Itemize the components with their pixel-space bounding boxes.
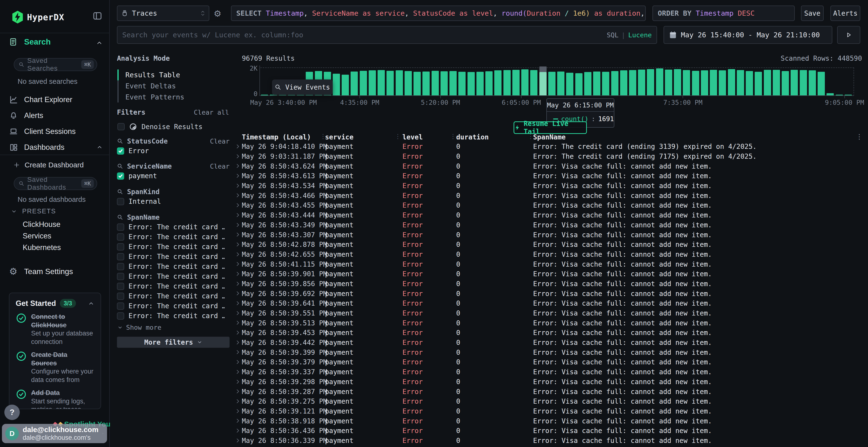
expand-row-chevron-icon[interactable] [235,418,241,424]
save-button[interactable]: Save [801,5,824,21]
histogram-bar[interactable] [593,72,600,95]
facet-clear-button[interactable]: Clear [210,163,229,170]
date-range-picker[interactable]: May 26 15:40:00 - May 26 21:10:00 [663,26,832,44]
sidebar-item-chart-explorer[interactable]: Chart Explorer [0,92,110,107]
expand-row-chevron-icon[interactable] [235,212,241,218]
table-settings-kebab-icon[interactable]: ⋮ [856,133,863,141]
histogram-bar[interactable] [710,70,717,95]
histogram-bar[interactable] [423,72,430,95]
histogram-bar[interactable] [737,70,744,95]
table-row[interactable]: May 26 8:50:39.692 PM payment Error 0 Er… [231,288,868,299]
histogram-bar[interactable] [656,68,663,95]
histogram-bar[interactable] [521,69,528,95]
checkbox[interactable] [117,198,124,205]
checkbox[interactable] [117,147,124,154]
resume-live-tail-button[interactable]: Resume Live Tail [514,122,587,134]
histogram-bar[interactable] [728,69,735,95]
sidebar-item-team-settings[interactable]: ⚙ Team Settings [9,265,101,277]
histogram-bar[interactable] [790,70,798,95]
table-row[interactable]: May 26 8:50:39.275 PM payment Error 0 Er… [231,397,868,406]
checkbox[interactable] [117,312,124,319]
histogram-bar[interactable] [350,72,358,95]
filter-option[interactable]: Error: The credit card … [117,242,229,252]
histogram-bar[interactable] [827,93,834,95]
filter-option[interactable]: Error: The credit card … [117,291,229,301]
histogram-bar[interactable] [440,71,448,95]
sidebar-preset-item[interactable]: Kubernetes [0,242,110,253]
event-search-input[interactable]: Search your events w/ Lucene ex. column:… [117,26,657,44]
alerts-button[interactable]: Alerts [830,5,860,21]
user-menu[interactable]: D dale@clickhouse.com dale@clickhouse.co… [2,424,107,443]
facet-clear-button[interactable]: Clear [210,138,229,145]
expand-row-chevron-icon[interactable] [235,340,241,345]
histogram-bar[interactable] [719,70,726,95]
checkbox[interactable] [117,273,124,280]
filter-option[interactable]: Error: The credit card … [117,252,229,262]
expand-row-chevron-icon[interactable] [235,251,241,257]
sql-select-input[interactable]: SELECT Timestamp, ServiceName as service… [231,5,646,21]
sidebar-item-search[interactable]: Search [24,37,51,46]
expand-row-chevron-icon[interactable] [235,261,241,267]
column-resize-handle[interactable]: ⋮ [450,133,456,140]
histogram-bar[interactable] [386,71,394,95]
expand-row-chevron-icon[interactable] [235,183,241,188]
table-row[interactable]: May 26 8:50:39.901 PM payment Error 0 Er… [231,269,868,279]
expand-row-chevron-icon[interactable] [235,222,241,228]
histogram-bar[interactable] [378,70,385,95]
filter-option[interactable]: Error [117,146,229,156]
table-row[interactable]: May 26 8:50:36.436 PM payment Error 0 Er… [231,426,868,436]
sql-mode-toggle[interactable]: SQL [607,31,618,39]
chevron-up-icon[interactable] [96,144,103,150]
sidebar-preset-item[interactable]: Services [0,230,110,242]
expand-row-chevron-icon[interactable] [235,271,241,277]
histogram-bar[interactable] [817,72,825,95]
checkbox[interactable] [117,283,124,290]
expand-row-chevron-icon[interactable] [235,320,241,325]
filter-option[interactable]: Error: The credit card … [117,311,229,321]
table-row[interactable]: May 26 8:50:39.513 PM payment Error 0 Er… [231,318,868,328]
filter-option[interactable]: Error: The credit card … [117,222,229,232]
histogram-bar[interactable] [566,73,574,95]
sidebar-item-alerts[interactable]: Alerts [0,108,110,123]
sidebar-preset-item[interactable]: ClickHouse [0,219,110,230]
expand-row-chevron-icon[interactable] [235,232,241,238]
expand-row-chevron-icon[interactable] [235,369,241,375]
get-started-item[interactable]: Add Data Start sending logs, metrics, or… [16,389,94,409]
histogram-bar[interactable] [413,72,421,95]
expand-row-chevron-icon[interactable] [235,281,241,286]
histogram-bar[interactable] [692,71,699,95]
table-row[interactable]: May 26 8:50:39.856 PM payment Error 0 Er… [231,279,868,289]
clear-all-button[interactable]: Clear all [194,109,229,116]
histogram-bar[interactable] [836,95,843,95]
histogram-bar[interactable] [674,69,681,95]
filter-option[interactable]: Error: The credit card … [117,271,229,281]
view-events-button[interactable]: View Events [272,79,333,95]
expand-row-chevron-icon[interactable] [235,359,241,365]
table-row[interactable]: May 26 8:50:39.337 PM payment Error 0 Er… [231,367,868,377]
table-row[interactable]: May 26 8:50:41.115 PM payment Error 0 Er… [231,259,868,269]
get-started-item[interactable]: Create Data Sources Configure where your… [16,351,94,384]
checkbox[interactable] [117,172,124,180]
filter-option[interactable]: Internal [117,197,229,206]
expand-row-chevron-icon[interactable] [235,388,241,394]
checkbox[interactable] [117,253,124,260]
histogram-bar[interactable] [333,74,340,95]
table-row[interactable]: May 26 8:50:43.466 PM payment Error 0 Er… [231,191,868,200]
histogram-bar[interactable] [845,95,852,95]
saved-dashboards-input[interactable]: Saved Dashboards ⌘K [14,177,97,190]
histogram-bar[interactable] [530,70,537,95]
expand-row-chevron-icon[interactable] [235,193,241,198]
analysis-mode-option[interactable]: Results Table [125,69,227,80]
table-row[interactable]: May 26 8:50:39.379 PM payment Error 0 Er… [231,357,868,367]
histogram-bar[interactable] [360,71,367,95]
histogram-bar[interactable] [701,70,708,95]
histogram-bar[interactable] [746,71,753,95]
table-row[interactable]: May 26 8:50:43.624 PM payment Error 0 Er… [231,161,868,171]
histogram-bar[interactable] [683,70,690,95]
expand-row-chevron-icon[interactable] [235,202,241,208]
table-row[interactable]: May 26 8:50:43.307 PM payment Error 0 Er… [231,230,868,240]
histogram-bar[interactable] [405,71,412,95]
checkbox[interactable] [117,233,124,241]
table-row[interactable]: May 26 8:50:39.287 PM payment Error 0 Er… [231,386,868,397]
sidebar-item-dashboards[interactable]: Dashboards [0,140,110,155]
